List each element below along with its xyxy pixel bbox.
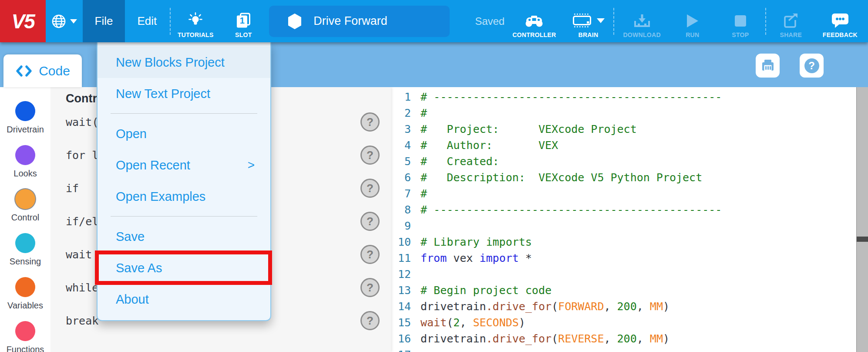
vexcode-v5-logo: V5 [0,0,46,42]
share-icon [783,13,799,28]
menu-item-label: About [116,292,149,307]
help-button[interactable]: ? [800,54,824,78]
code-line: 8# -------------------------------------… [391,202,868,218]
menu-item-label: Save As [116,261,162,275]
editor-scrollbar[interactable] [856,87,868,352]
file-menu-item-open[interactable]: Open [98,118,270,149]
code-editor[interactable]: 1# -------------------------------------… [391,87,868,352]
lightbulb-icon [187,12,204,28]
code-line: 15wait(2, SECONDS) [391,315,868,331]
code-token: ( [552,332,558,345]
language-button[interactable] [46,0,82,42]
file-menu-item-open-recent[interactable]: Open Recent> [98,149,270,181]
file-menu-item-about[interactable]: About [98,284,270,315]
file-menu-item-open-examples[interactable]: Open Examples [98,181,270,212]
code-line: 12 [391,266,868,282]
controller-label: CONTROLLER [512,31,556,38]
project-name-field[interactable]: Drive Forward [269,6,450,37]
sidebar-category-drivetrain[interactable]: Drivetrain [7,101,44,135]
block-help-button[interactable]: ? [360,112,380,132]
code-line: 5# Created: [391,153,868,169]
project-name: Drive Forward [313,14,387,28]
slot-number: 1 [237,16,247,26]
code-line: 2# [391,105,868,121]
line-number: 13 [391,284,411,297]
code-token: ) [519,316,525,329]
block-help-button[interactable]: ? [360,278,380,297]
sidebar-category-functions[interactable]: Functions [7,321,44,352]
palette-block[interactable]: if [66,182,79,195]
code-token: , [637,332,650,345]
code-token: ( [447,316,453,329]
tutorials-button[interactable]: TUTORIALS [172,0,219,42]
menu-divider [111,216,257,217]
slot-button[interactable]: 1 SLOT [219,0,267,42]
sensing-category-icon [15,233,35,253]
tab-code[interactable]: Code [3,54,82,87]
code-token: # Description: VEXcode V5 Python Project [421,171,702,184]
code-token: 200 [617,332,637,345]
functions-category-icon [15,321,35,341]
code-token: # Library imports [421,236,532,248]
divider [613,8,614,35]
scrollbar-thumb[interactable] [857,237,868,242]
block-help-button[interactable]: ? [360,212,380,231]
code-token: ) [663,300,670,313]
code-token: * [519,252,532,264]
feedback-button[interactable]: FEEDBACK [815,0,865,42]
code-token: FORWARD [558,300,604,313]
line-number: 2 [391,107,411,119]
category-sidebar: DrivetrainLooksControlSensingVariablesFu… [0,87,50,352]
divider [170,8,171,35]
block-help-button[interactable]: ? [360,245,380,264]
block-help-button[interactable]: ? [360,179,380,198]
code-token: ) [663,332,670,345]
menubar-item-file[interactable]: File [83,0,125,42]
looks-category-icon [15,145,35,165]
sidebar-category-control[interactable]: Control [11,189,39,223]
code-token: import [479,252,518,264]
category-label: Sensing [10,257,41,267]
stop-button: STOP [717,0,764,42]
code-line: 13# Begin project code [391,282,868,298]
sidebar-category-variables[interactable]: Variables [7,277,43,311]
line-number: 14 [391,300,411,313]
print-button[interactable] [756,54,780,78]
share-label: SHARE [780,31,802,38]
code-token: wait [421,316,447,329]
file-menu-item-new-blocks-project[interactable]: New Blocks Project [98,47,270,78]
file-menu-item-new-text-project[interactable]: New Text Project [98,78,270,109]
drivetrain-category-icon [15,101,35,121]
code-line: 11from vex import * [391,250,868,266]
code-line: 6# Description: VEXcode V5 Python Projec… [391,169,868,186]
line-number: 5 [391,155,411,168]
menu-item-label: Open Examples [116,190,205,204]
sidebar-category-sensing[interactable]: Sensing [10,233,41,267]
block-help-button[interactable]: ? [360,311,380,330]
block-help-button[interactable]: ? [360,146,380,165]
sidebar-category-looks[interactable]: Looks [13,145,37,179]
line-number: 7 [391,187,411,200]
code-token: 2 [453,316,460,329]
palette-block[interactable]: break [66,315,98,327]
divider [765,8,766,35]
file-menu-item-save[interactable]: Save [98,221,270,252]
line-number: 15 [391,316,411,329]
category-label: Variables [7,301,43,311]
line-number: 12 [391,268,411,281]
code-line: 3# Project: VEXcode Project [391,121,868,137]
line-number: 4 [391,139,411,152]
line-number: 6 [391,171,411,184]
menubar-item-edit[interactable]: Edit [125,0,169,42]
controller-button[interactable]: CONTROLLER [505,0,564,42]
line-number: 1 [391,91,411,103]
file-menu-item-save-as[interactable]: Save As [98,252,270,284]
feedback-label: FEEDBACK [823,31,858,38]
code-token: # [421,187,427,200]
menu-group: FileEdit [83,0,169,42]
submenu-arrow-icon: > [248,158,255,172]
brain-button[interactable]: BRAIN [564,0,612,42]
download-button: DOWNLOAD [615,0,668,42]
line-number: 9 [391,220,411,232]
brain-icon [572,13,592,28]
